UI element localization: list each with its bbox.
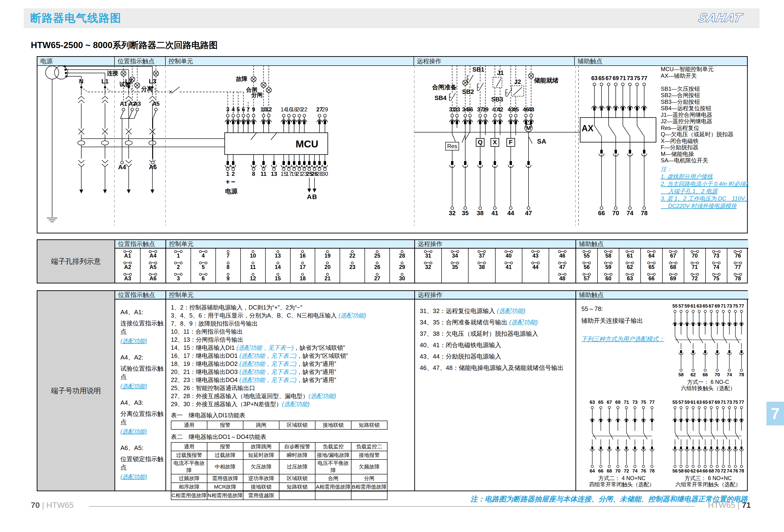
terminal-cell: 61 <box>619 249 640 260</box>
terminal-number: 41 <box>492 209 498 217</box>
terminal-number: 59 <box>605 264 612 270</box>
terminal-number: 70 <box>715 468 720 473</box>
terminal-hole-icon <box>351 250 354 253</box>
terminal-hole-icon <box>277 250 279 253</box>
terminal-cell: 64 <box>641 249 662 260</box>
terminal-cell: 68 <box>663 260 684 271</box>
terminal-hole-icon <box>227 262 229 264</box>
terminal-number: 17 <box>300 264 306 270</box>
function-line: 16、17：继电器输出DO1 (选配功能，见下表二)，缺省为“区域联锁” <box>171 352 414 360</box>
catalog-page: 断路器电气线路图 SAHAT HTW65-2500 ~ 8000系列断路器二次回… <box>0 0 784 532</box>
terminal-cell: 23 <box>340 260 365 271</box>
note-line: 3. 若 1、2 工作电压为 DC 110V、 <box>661 195 749 202</box>
terminal-cell: 58 <box>598 249 619 260</box>
terminal-cell: 25 <box>365 249 389 260</box>
legend-item: X—闭合电磁铁 <box>661 138 699 144</box>
terminal-pair-icon <box>734 273 742 276</box>
terminal-number: 76 <box>733 468 738 473</box>
table-section-header: 辅助触点 <box>576 240 749 249</box>
terminal-number: 72 <box>692 276 698 281</box>
terminal-column: 789 <box>216 249 240 283</box>
page-header: 断路器电气线路图 SAHAT <box>24 8 760 28</box>
terminal-cell: 78 <box>727 271 749 283</box>
position-item: A6、A5:位置锁定指示触点(选配功能) <box>120 444 165 481</box>
table-cell: 接地联锁 <box>243 483 279 491</box>
terminal-number: 21 <box>325 276 331 281</box>
terminal-number: 58 <box>678 372 683 377</box>
terminal-number: 75 <box>634 75 640 81</box>
terminal-number: 69 <box>670 276 676 281</box>
terminal-pair-icon <box>647 273 655 276</box>
terminal-number: A6 <box>149 276 157 281</box>
table-cell: 过载故障 <box>207 451 243 459</box>
terminal-cell: A5 <box>141 260 165 271</box>
table-cell: 负载监控 <box>315 442 351 451</box>
terminal-pair-icon <box>647 250 655 253</box>
terminal-number: 65 <box>598 400 604 405</box>
terminal-number: 32 <box>449 209 456 217</box>
terminal-column: 676869 <box>662 249 684 283</box>
terminal-number: 22 <box>349 253 356 258</box>
terminal-cell <box>496 271 522 283</box>
terminal-column: 555657 <box>576 249 597 283</box>
phase-label: L1 <box>102 78 109 85</box>
table-section-header: 位置指示触点 <box>115 240 165 249</box>
terminal-number: 64 <box>648 253 654 258</box>
terminal-cell: 41 <box>496 260 522 271</box>
terminal-number: 44 <box>507 209 514 217</box>
terminal-number: 5 <box>202 264 205 270</box>
terminal-number: 28 <box>399 253 405 258</box>
terminal-cell: 47 <box>549 260 576 271</box>
note-line: 注： <box>661 166 672 172</box>
terminal-group: 远程操作31323435373840414344464748 <box>414 240 576 283</box>
function-line: 29、30：外接互感器输入（3P+N差值型）(选配功能) <box>171 400 414 408</box>
terminal-number: 6 <box>202 276 205 281</box>
terminal-number: 方式三： 6 NO+NC <box>685 475 732 481</box>
mcu-label: MCU <box>296 138 318 149</box>
terminal-cell: 16 <box>290 249 315 260</box>
terminal-cell <box>340 271 365 283</box>
terminal-number: 58 <box>678 468 683 473</box>
legend-item: SB3—分励按钮 <box>661 99 700 105</box>
terminal-number: 70 <box>615 468 620 473</box>
terminal-number: 71 <box>624 400 629 405</box>
terminal-pair-icon <box>149 262 157 264</box>
lamp-label: 分离 <box>141 86 152 92</box>
terminal-number: 16 <box>300 253 306 258</box>
terminal-cell: 74 <box>706 260 727 271</box>
device-label: M <box>526 125 531 131</box>
device-label: SB4 <box>435 94 447 102</box>
terminal-pair-icon <box>558 273 566 276</box>
table-cell: 跳闸 <box>243 421 279 429</box>
terminal-cell: 67 <box>663 249 684 260</box>
terminal-number: 73 <box>727 400 732 405</box>
terminal-cell <box>442 271 468 283</box>
terminal-number: 70 <box>715 372 720 377</box>
terminal-group: 辅助触点555657585960616263646566676869707172… <box>576 240 749 283</box>
terminal-number: 26 <box>374 264 381 270</box>
terminal-hole-icon <box>401 262 403 264</box>
terminal-number: 69 <box>715 304 720 309</box>
lamp-label: 故障 <box>236 76 247 82</box>
function-column: 远程操作31、32：远程复位电源输入 (选配功能)34、35：合闸准备就绪信号输… <box>414 291 576 491</box>
table-cell: 短延时故障 <box>243 451 279 459</box>
function-line: 7、8、9：故障脱扣指示信号输出 <box>171 319 414 328</box>
terminal-group: 控制单元123456789101112131415161718192021222… <box>165 240 414 283</box>
page-title: 断路器电气线路图 <box>30 11 121 26</box>
function-line: 25、26：智能控制器通讯输出口 <box>171 384 414 392</box>
table-cell: MCR故障 <box>207 483 243 491</box>
terminal-number: 63 <box>697 400 702 405</box>
diagram-text: A <box>307 193 312 200</box>
section-title: HTW65-2500 ~ 8000系列断路器二次回路电路图 <box>31 39 218 51</box>
terminal-column: 616263 <box>619 249 640 283</box>
terminal-number: 69 <box>715 400 720 405</box>
terminal-number: 71 <box>692 264 698 270</box>
terminal-hole-icon <box>326 262 329 264</box>
terminal-number: 63 <box>591 75 598 81</box>
terminal-pair-icon <box>478 262 486 264</box>
footer-brand-right: HTW65 <box>708 501 735 509</box>
terminal-cell: 14 <box>266 260 290 271</box>
table-cell: 报警 <box>207 442 243 451</box>
legend-item: SB2—合闸按钮 <box>661 92 700 99</box>
table-cell: 通用 <box>171 442 207 451</box>
